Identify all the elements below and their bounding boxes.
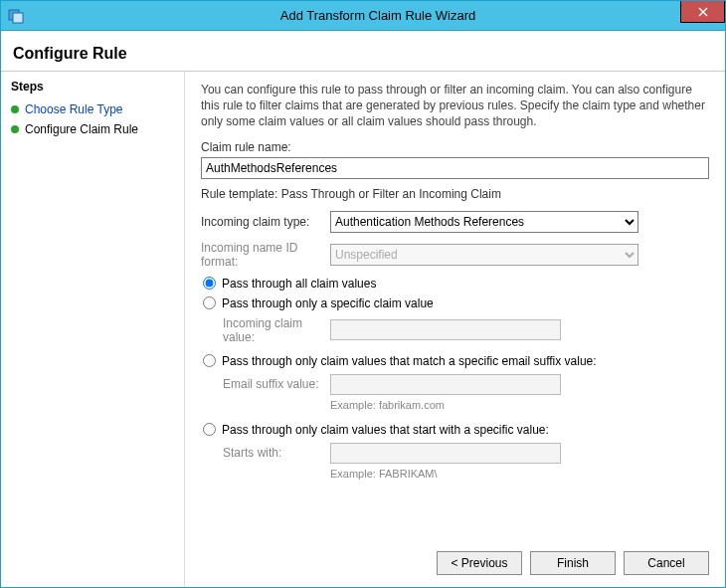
step-bullet-icon: [11, 125, 19, 133]
rule-name-input[interactable]: [201, 157, 709, 179]
option-specific-label: Pass through only a specific claim value: [222, 296, 434, 310]
content: You can configure this rule to pass thro…: [201, 82, 709, 545]
step-label: Choose Rule Type: [25, 102, 123, 116]
steps-heading: Steps: [11, 80, 174, 94]
body: Steps Choose Rule Type Configure Claim R…: [1, 72, 725, 587]
starts-with-input: [330, 443, 561, 464]
step-bullet-icon: [11, 105, 19, 113]
claim-type-label: Incoming claim type:: [201, 215, 330, 229]
pass-through-options: Pass through all claim values Pass throu…: [201, 277, 709, 486]
option-email-suffix-label: Pass through only claim values that matc…: [222, 354, 597, 368]
option-starts-with-label: Pass through only claim values that star…: [222, 423, 549, 437]
option-specific-radio[interactable]: [203, 296, 216, 309]
previous-button[interactable]: < Previous: [437, 551, 522, 575]
option-all[interactable]: Pass through all claim values: [201, 277, 709, 291]
specific-value-label: Incoming claim value:: [223, 316, 330, 344]
intro-text: You can configure this rule to pass thro…: [201, 82, 709, 130]
step-choose-rule-type[interactable]: Choose Rule Type: [11, 99, 174, 119]
close-button[interactable]: [680, 1, 725, 23]
option-specific[interactable]: Pass through only a specific claim value: [201, 296, 709, 310]
starts-with-label: Starts with:: [223, 446, 330, 460]
finish-button[interactable]: Finish: [530, 551, 616, 575]
option-email-suffix-radio[interactable]: [203, 354, 216, 367]
main-panel: You can configure this rule to pass thro…: [185, 72, 725, 587]
name-id-format-label: Incoming name ID format:: [201, 241, 330, 269]
email-suffix-example: Example: fabrikam.com: [330, 397, 709, 417]
option-all-radio[interactable]: [203, 277, 216, 290]
specific-value-input: [330, 319, 561, 340]
window-title: Add Transform Claim Rule Wizard: [31, 8, 725, 23]
cancel-button[interactable]: Cancel: [624, 551, 709, 575]
claim-type-select[interactable]: Authentication Methods References: [330, 211, 638, 233]
rule-template-text: Rule template: Pass Through or Filter an…: [201, 187, 709, 201]
option-starts-with-radio[interactable]: [203, 423, 216, 436]
page-title: Configure Rule: [13, 45, 713, 63]
email-suffix-label: Email suffix value:: [223, 377, 330, 391]
option-starts-with[interactable]: Pass through only claim values that star…: [201, 423, 709, 437]
option-email-suffix[interactable]: Pass through only claim values that matc…: [201, 354, 709, 368]
step-label: Configure Claim Rule: [25, 122, 138, 136]
steps-sidebar: Steps Choose Rule Type Configure Claim R…: [1, 72, 185, 587]
rule-name-label: Claim rule name:: [201, 140, 709, 154]
email-suffix-input: [330, 374, 561, 395]
svg-rect-1: [13, 13, 23, 23]
name-id-format-select: Unspecified: [330, 244, 638, 266]
starts-with-example: Example: FABRIKAM\: [330, 466, 709, 486]
titlebar: Add Transform Claim Rule Wizard: [1, 1, 725, 31]
option-all-label: Pass through all claim values: [222, 277, 376, 291]
page-header: Configure Rule: [1, 31, 725, 72]
step-configure-claim-rule[interactable]: Configure Claim Rule: [11, 119, 174, 139]
wizard-window: Add Transform Claim Rule Wizard Configur…: [0, 0, 726, 588]
app-icon: [1, 8, 31, 24]
footer-buttons: < Previous Finish Cancel: [201, 545, 709, 579]
